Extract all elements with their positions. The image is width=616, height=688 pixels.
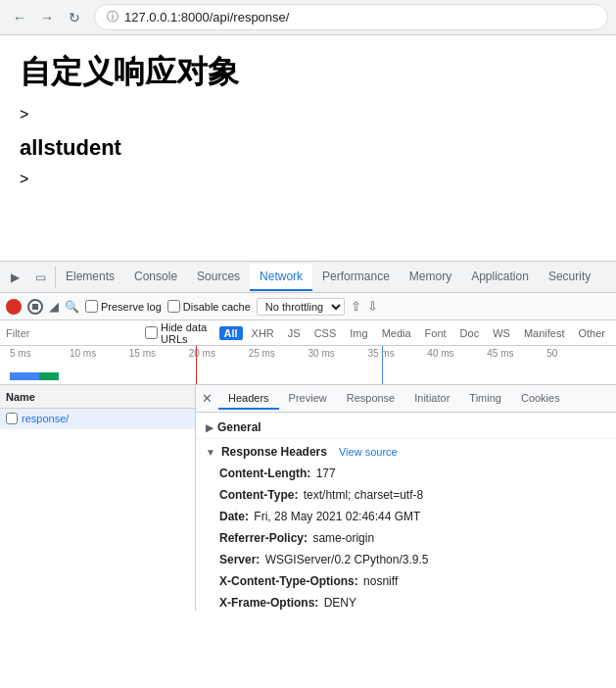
filter-icon-button[interactable]: ◢ [49,299,59,314]
filter-input[interactable] [6,327,141,339]
hide-data-urls-checkbox[interactable] [145,326,158,339]
devtools-icon-buttons: ▶ ▭ [0,267,56,288]
response-headers-section: ▼ Response Headers View source Content-L… [196,439,616,611]
preserve-log-label[interactable]: Preserve log [85,300,162,313]
response-headers-label: Response Headers [221,445,327,459]
page-subtitle: allstudent [20,135,596,161]
tab-sources[interactable]: Sources [187,264,250,291]
tab-memory[interactable]: Memory [400,264,461,291]
header-server: Server: WSGIServer/0.2 CPython/3.9.5 [196,549,616,570]
timeline-blue-marker [382,346,383,384]
preserve-log-checkbox[interactable] [85,300,98,313]
back-button[interactable]: ← [8,6,31,29]
resp-tab-timing[interactable]: Timing [459,388,511,410]
mark-20ms: 20 ms [189,348,249,359]
mark-5ms: 5 ms [10,348,70,359]
disable-cache-label[interactable]: Disable cache [167,300,251,313]
tl-blue-bar [10,372,39,380]
device-toolbar-button[interactable]: ▭ [29,267,51,288]
tab-network[interactable]: Network [250,264,312,291]
tl-green-bar [39,372,59,380]
throttle-select[interactable]: No throttling Fast 3G Slow 3G Offline [257,298,345,316]
mark-10ms: 10 ms [70,348,129,359]
header-content-type: Content-Type: text/html; charset=utf-8 [196,484,616,506]
reload-button[interactable]: ↻ [63,6,86,29]
record-button[interactable] [6,299,22,315]
tab-elements[interactable]: Elements [56,264,124,291]
header-content-length: Content-Length: 177 [196,463,616,484]
resp-tab-headers[interactable]: Headers [218,388,279,410]
type-ws-button[interactable]: WS [488,326,515,340]
response-headers-header[interactable]: ▼ Response Headers View source [196,441,616,463]
address-bar[interactable]: ⓘ 127.0.0.1:8000/api/response/ [94,4,608,30]
page-arrow-1[interactable]: > [20,106,596,123]
browser-chrome: ← → ↻ ⓘ 127.0.0.1:8000/api/response/ [0,0,616,35]
general-triangle-icon: ▶ [206,422,213,433]
resp-tab-response[interactable]: Response [337,388,405,410]
request-item-response[interactable]: response/ [0,409,195,429]
request-list: Name response/ [0,385,196,611]
timeline-bar: 5 ms 10 ms 15 ms 20 ms 25 ms 30 ms 35 ms… [0,346,616,385]
timeline-progress [10,372,59,380]
mark-50ms: 50 [546,348,606,359]
import-har-button[interactable]: ⇧ [351,299,361,314]
hide-data-urls-label[interactable]: Hide data URLs [145,321,215,345]
disable-cache-checkbox[interactable] [167,300,180,313]
mark-40ms: 40 ms [427,348,487,359]
timeline-red-marker [196,346,197,384]
resp-tab-cookies[interactable]: Cookies [511,388,570,410]
tab-performance[interactable]: Performance [312,264,400,291]
mark-30ms: 30 ms [308,348,368,359]
type-all-button[interactable]: All [219,326,243,340]
request-area: Name response/ ✕ Headers Preview Respons… [0,385,616,611]
type-media-button[interactable]: Media [377,326,416,340]
inspect-element-button[interactable]: ▶ [4,267,25,288]
general-section-header[interactable]: ▶ General [196,417,616,439]
close-panel-button[interactable]: ✕ [196,391,218,406]
header-referrer-policy: Referrer-Policy: same-origin [196,527,616,549]
response-tabs-bar: ✕ Headers Preview Response Initiator Tim… [196,385,616,413]
nav-buttons: ← → ↻ [8,6,86,29]
header-date: Date: Fri, 28 May 2021 02:46:44 GMT [196,506,616,527]
type-other-button[interactable]: Other [573,326,610,340]
lock-icon: ⓘ [107,9,118,25]
stop-recording-button[interactable] [27,299,43,315]
request-item-checkbox[interactable] [6,413,18,424]
mark-15ms: 15 ms [129,348,189,359]
type-manifest-button[interactable]: Manifest [519,326,570,340]
header-x-content-type-options: X-Content-Type-Options: nosniff [196,570,616,592]
filter-bar: Hide data URLs All XHR JS CSS Img Media … [0,320,616,346]
search-icon-button[interactable]: 🔍 [65,300,79,314]
response-content: ▶ General ▼ Response Headers View source… [196,413,616,611]
devtools-panel: ▶ ▭ Elements Console Sources Network Per… [0,261,616,611]
resp-tab-preview[interactable]: Preview [279,388,337,410]
request-item-name: response/ [22,413,69,424]
type-js-button[interactable]: JS [283,326,306,340]
timeline-marks: 5 ms 10 ms 15 ms 20 ms 25 ms 30 ms 35 ms… [0,348,616,359]
page-title: 自定义响应对象 [20,51,596,94]
forward-button[interactable]: → [35,6,59,29]
type-img-button[interactable]: Img [345,326,372,340]
type-xhr-button[interactable]: XHR [247,326,279,340]
type-doc-button[interactable]: Doc [455,326,485,340]
type-css-button[interactable]: CSS [309,326,342,340]
type-font-button[interactable]: Font [420,326,451,340]
url-text: 127.0.0.1:8000/api/response/ [124,10,289,25]
page-arrow-2[interactable]: > [20,171,596,188]
resp-tab-initiator[interactable]: Initiator [404,388,459,410]
request-list-header: Name [0,385,195,409]
devtools-tabs-bar: ▶ ▭ Elements Console Sources Network Per… [0,262,616,293]
general-section-label: General [217,420,261,434]
mark-45ms: 45 ms [487,348,546,359]
network-toolbar: ◢ 🔍 Preserve log Disable cache No thrott… [0,293,616,320]
tab-security[interactable]: Security [539,264,600,291]
response-headers-triangle-icon: ▼ [206,447,215,458]
page-content: 自定义响应对象 > allstudent > [0,35,616,261]
tab-console[interactable]: Console [124,264,187,291]
view-source-link[interactable]: View source [339,446,398,458]
tab-application[interactable]: Application [461,264,539,291]
export-har-button[interactable]: ⇩ [367,299,378,314]
mark-35ms: 35 ms [367,348,427,359]
mark-25ms: 25 ms [249,348,308,359]
response-panel: ✕ Headers Preview Response Initiator Tim… [196,385,616,611]
